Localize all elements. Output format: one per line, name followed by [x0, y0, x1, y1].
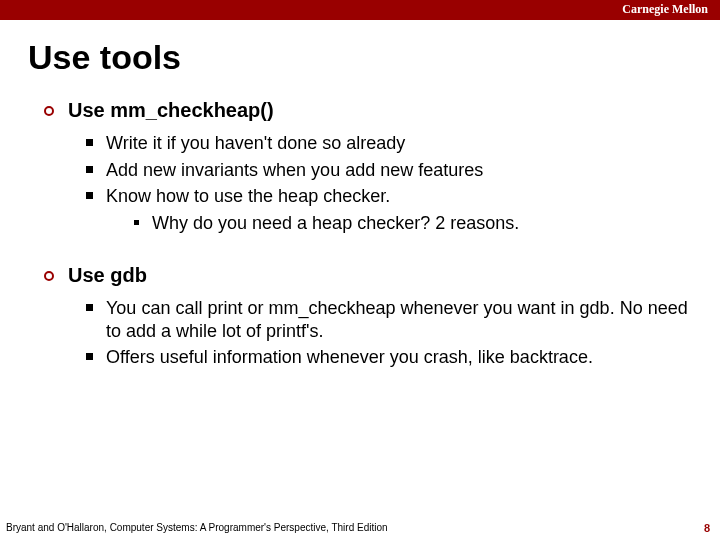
list-item: Offers useful information whenever you c…: [86, 346, 690, 369]
slide-title: Use tools: [28, 38, 720, 77]
list-item: You can call print or mm_checkheap whene…: [86, 297, 690, 342]
item-text: Know how to use the heap checker.: [106, 186, 390, 206]
sub-list-item: Why do you need a heap checker? 2 reason…: [134, 212, 690, 235]
slide-content: Use mm_checkheap() Write it if you haven…: [44, 99, 690, 369]
item-text: Write it if you haven't done so already: [106, 133, 405, 153]
bullet-list: Write it if you haven't done so already …: [86, 132, 690, 234]
bullet-list: You can call print or mm_checkheap whene…: [86, 297, 690, 369]
brand-bar: Carnegie Mellon: [0, 0, 720, 20]
open-circle-bullet-icon: [44, 271, 54, 281]
subitem-text: Why do you need a heap checker? 2 reason…: [152, 213, 519, 233]
section-title: Use gdb: [68, 264, 147, 287]
page-number: 8: [704, 522, 710, 534]
open-circle-bullet-icon: [44, 106, 54, 116]
item-text: You can call print or mm_checkheap whene…: [106, 298, 688, 341]
footer-credit: Bryant and O'Hallaron, Computer Systems:…: [6, 522, 388, 534]
item-text: Add new invariants when you add new feat…: [106, 160, 483, 180]
item-text: Offers useful information whenever you c…: [106, 347, 593, 367]
section-header: Use mm_checkheap(): [44, 99, 690, 122]
section-header: Use gdb: [44, 264, 690, 287]
section-checkheap: Use mm_checkheap() Write it if you haven…: [44, 99, 690, 234]
list-item: Know how to use the heap checker. Why do…: [86, 185, 690, 234]
slide-footer: Bryant and O'Hallaron, Computer Systems:…: [6, 522, 710, 534]
sub-bullet-list: Why do you need a heap checker? 2 reason…: [134, 212, 690, 235]
list-item: Add new invariants when you add new feat…: [86, 159, 690, 182]
section-title: Use mm_checkheap(): [68, 99, 274, 122]
brand-text: Carnegie Mellon: [622, 2, 708, 16]
list-item: Write it if you haven't done so already: [86, 132, 690, 155]
section-gdb: Use gdb You can call print or mm_checkhe…: [44, 264, 690, 369]
